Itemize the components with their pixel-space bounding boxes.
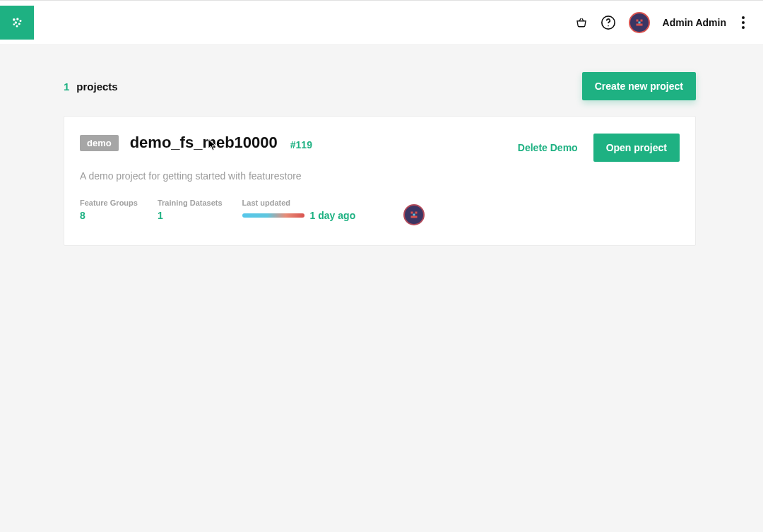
project-card: demo demo_fs_meb10000 #119 Delete Demo O… — [64, 116, 696, 246]
svg-point-3 — [15, 21, 17, 23]
project-description: A demo project for getting started with … — [80, 170, 680, 182]
contributor-avatar[interactable] — [403, 204, 425, 225]
project-count: 1 projects — [64, 81, 118, 93]
open-project-button[interactable]: Open project — [593, 134, 680, 162]
main-content: 1 projects Create new project demo demo_… — [0, 44, 763, 246]
card-title-group: demo demo_fs_meb10000 #119 — [80, 134, 312, 152]
stat-last-updated: Last updated 1 day ago — [242, 199, 356, 221]
card-header: demo demo_fs_meb10000 #119 Delete Demo O… — [80, 134, 680, 162]
stat-label: Feature Groups — [80, 199, 138, 207]
freshness-bar — [242, 213, 304, 218]
user-avatar[interactable] — [629, 12, 650, 33]
stat-value: 8 — [80, 210, 138, 221]
stat-label: Training Datasets — [158, 199, 223, 207]
svg-point-8 — [608, 25, 609, 26]
top-right-controls: Admin Admin — [575, 12, 763, 33]
svg-point-6 — [16, 25, 18, 27]
list-header: 1 projects Create new project — [64, 72, 696, 100]
svg-rect-16 — [411, 216, 418, 218]
project-stats: Feature Groups 8 Training Datasets 1 Las… — [80, 199, 680, 225]
svg-rect-13 — [411, 212, 413, 214]
stat-value: 1 — [158, 210, 223, 221]
stat-value: 1 day ago — [310, 210, 356, 221]
svg-rect-12 — [636, 23, 642, 25]
app-logo[interactable] — [0, 6, 34, 40]
more-menu-icon[interactable] — [739, 13, 747, 32]
svg-rect-14 — [415, 212, 418, 214]
project-id: #119 — [290, 139, 312, 152]
count-label: projects — [76, 81, 117, 93]
logo-icon — [10, 16, 24, 30]
create-project-button[interactable]: Create new project — [582, 72, 696, 100]
stat-training-datasets: Training Datasets 1 — [158, 199, 223, 221]
svg-rect-10 — [640, 19, 642, 21]
svg-point-0 — [13, 18, 16, 21]
delete-demo-button[interactable]: Delete Demo — [518, 142, 578, 153]
svg-point-1 — [16, 18, 18, 20]
updated-row: 1 day ago — [242, 210, 356, 221]
svg-rect-9 — [636, 19, 638, 21]
svg-rect-15 — [413, 214, 415, 216]
project-name[interactable]: demo_fs_meb10000 — [130, 134, 278, 152]
count-number: 1 — [64, 81, 69, 93]
svg-point-5 — [13, 23, 16, 25]
stat-label: Last updated — [242, 199, 356, 207]
help-icon[interactable] — [601, 15, 616, 30]
card-actions: Delete Demo Open project — [518, 134, 680, 162]
stat-feature-groups: Feature Groups 8 — [80, 199, 138, 221]
svg-point-2 — [20, 20, 22, 22]
svg-rect-11 — [638, 21, 640, 23]
svg-point-4 — [18, 23, 20, 25]
demo-badge: demo — [80, 135, 119, 151]
top-bar: Admin Admin — [0, 0, 763, 44]
username-label: Admin Admin — [663, 17, 726, 28]
basket-icon[interactable] — [575, 16, 588, 29]
